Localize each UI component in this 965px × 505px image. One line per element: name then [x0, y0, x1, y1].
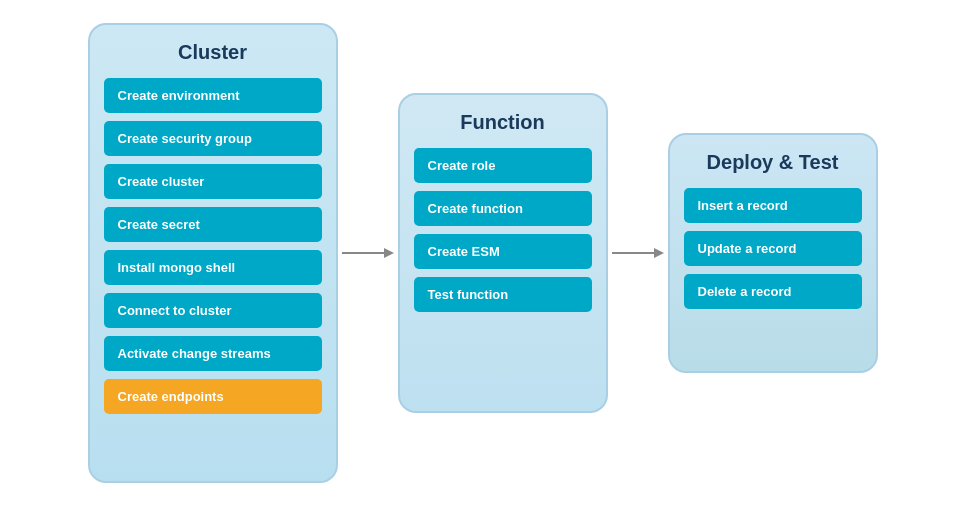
arrow-2-svg: [610, 238, 665, 268]
function-item-create-esm[interactable]: Create ESM: [414, 234, 592, 269]
deploy-items-list: Insert a record Update a record Delete a…: [684, 188, 862, 309]
arrow-1-svg: [340, 238, 395, 268]
function-item-test-function[interactable]: Test function: [414, 277, 592, 312]
function-panel: Function Create role Create function Cre…: [398, 93, 608, 413]
function-item-create-role[interactable]: Create role: [414, 148, 592, 183]
cluster-items-list: Create environment Create security group…: [104, 78, 322, 414]
arrow-cluster-to-function: [338, 238, 398, 268]
cluster-item-activate-change-streams[interactable]: Activate change streams: [104, 336, 322, 371]
cluster-item-install-mongo-shell[interactable]: Install mongo shell: [104, 250, 322, 285]
deploy-panel-title: Deploy & Test: [707, 151, 839, 174]
cluster-panel-title: Cluster: [178, 41, 247, 64]
arrow-function-to-deploy: [608, 238, 668, 268]
cluster-item-create-secret[interactable]: Create secret: [104, 207, 322, 242]
cluster-item-create-security-group[interactable]: Create security group: [104, 121, 322, 156]
svg-marker-3: [654, 248, 664, 258]
cluster-item-create-cluster[interactable]: Create cluster: [104, 164, 322, 199]
deploy-item-delete-record[interactable]: Delete a record: [684, 274, 862, 309]
function-item-create-function[interactable]: Create function: [414, 191, 592, 226]
function-panel-title: Function: [460, 111, 544, 134]
function-items-list: Create role Create function Create ESM T…: [414, 148, 592, 312]
diagram-container: Cluster Create environment Create securi…: [68, 3, 898, 503]
svg-marker-1: [384, 248, 394, 258]
cluster-item-connect-to-cluster[interactable]: Connect to cluster: [104, 293, 322, 328]
deploy-panel: Deploy & Test Insert a record Update a r…: [668, 133, 878, 373]
cluster-item-create-endpoints[interactable]: Create endpoints: [104, 379, 322, 414]
deploy-item-insert-record[interactable]: Insert a record: [684, 188, 862, 223]
cluster-panel: Cluster Create environment Create securi…: [88, 23, 338, 483]
cluster-item-create-environment[interactable]: Create environment: [104, 78, 322, 113]
deploy-item-update-record[interactable]: Update a record: [684, 231, 862, 266]
